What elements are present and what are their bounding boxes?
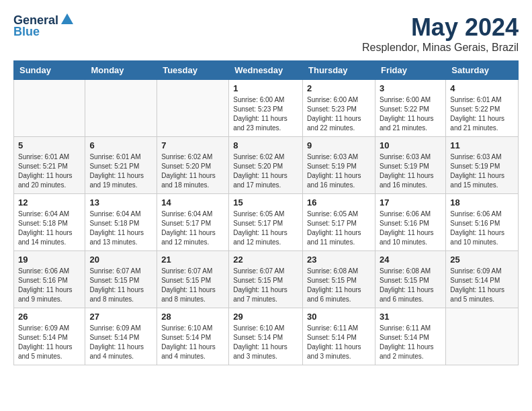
calendar-cell: 2Sunrise: 6:00 AM Sunset: 5:23 PM Daylig… <box>303 80 375 137</box>
calendar-cell: 16Sunrise: 6:05 AM Sunset: 5:17 PM Dayli… <box>303 194 375 251</box>
calendar-cell <box>446 308 519 365</box>
svg-marker-0 <box>61 13 73 24</box>
day-number: 13 <box>89 197 152 208</box>
day-number: 10 <box>380 140 441 150</box>
day-number: 1 <box>233 83 298 93</box>
calendar-cell: 10Sunrise: 6:03 AM Sunset: 5:19 PM Dayli… <box>375 137 445 194</box>
col-header-monday: Monday <box>85 61 157 80</box>
day-info: Sunrise: 6:00 AM Sunset: 5:23 PM Dayligh… <box>233 95 298 133</box>
calendar-cell: 1Sunrise: 6:00 AM Sunset: 5:23 PM Daylig… <box>229 80 303 137</box>
day-number: 20 <box>89 255 152 265</box>
calendar-week-row: 1Sunrise: 6:00 AM Sunset: 5:23 PM Daylig… <box>14 80 519 137</box>
day-info: Sunrise: 6:00 AM Sunset: 5:22 PM Dayligh… <box>380 95 441 133</box>
calendar-cell: 25Sunrise: 6:09 AM Sunset: 5:14 PM Dayli… <box>446 251 519 308</box>
col-header-tuesday: Tuesday <box>157 61 229 80</box>
calendar-week-row: 12Sunrise: 6:04 AM Sunset: 5:18 PM Dayli… <box>14 194 519 251</box>
calendar-cell <box>14 80 85 137</box>
day-info: Sunrise: 6:01 AM Sunset: 5:21 PM Dayligh… <box>89 152 152 190</box>
day-number: 31 <box>380 312 441 322</box>
day-info: Sunrise: 6:06 AM Sunset: 5:16 PM Dayligh… <box>450 210 514 247</box>
month-title: May 2024 <box>362 13 519 42</box>
day-info: Sunrise: 6:03 AM Sunset: 5:19 PM Dayligh… <box>307 152 371 190</box>
title-block: May 2024 Resplendor, Minas Gerais, Brazi… <box>362 13 519 54</box>
day-number: 30 <box>307 312 371 322</box>
day-info: Sunrise: 6:02 AM Sunset: 5:20 PM Dayligh… <box>233 152 298 190</box>
day-number: 27 <box>89 312 152 322</box>
calendar-cell: 19Sunrise: 6:06 AM Sunset: 5:16 PM Dayli… <box>14 251 85 308</box>
page-header: General Blue May 2024 Resplendor, Minas … <box>13 13 519 54</box>
day-info: Sunrise: 6:10 AM Sunset: 5:14 PM Dayligh… <box>233 324 298 361</box>
calendar-cell: 11Sunrise: 6:03 AM Sunset: 5:19 PM Dayli… <box>446 137 519 194</box>
col-header-saturday: Saturday <box>446 61 519 80</box>
calendar-cell: 29Sunrise: 6:10 AM Sunset: 5:14 PM Dayli… <box>229 308 303 365</box>
calendar-cell: 15Sunrise: 6:05 AM Sunset: 5:17 PM Dayli… <box>229 194 303 251</box>
calendar-cell: 8Sunrise: 6:02 AM Sunset: 5:20 PM Daylig… <box>229 137 303 194</box>
day-number: 3 <box>380 83 441 93</box>
calendar-week-row: 26Sunrise: 6:09 AM Sunset: 5:14 PM Dayli… <box>14 308 519 365</box>
day-info: Sunrise: 6:04 AM Sunset: 5:18 PM Dayligh… <box>18 210 81 247</box>
calendar-cell: 18Sunrise: 6:06 AM Sunset: 5:16 PM Dayli… <box>446 194 519 251</box>
day-info: Sunrise: 6:05 AM Sunset: 5:17 PM Dayligh… <box>307 210 371 247</box>
day-info: Sunrise: 6:00 AM Sunset: 5:23 PM Dayligh… <box>307 95 371 133</box>
calendar-table: SundayMondayTuesdayWednesdayThursdayFrid… <box>13 60 519 365</box>
calendar-cell: 6Sunrise: 6:01 AM Sunset: 5:21 PM Daylig… <box>85 137 157 194</box>
day-number: 22 <box>233 255 298 265</box>
day-number: 21 <box>161 255 224 265</box>
day-info: Sunrise: 6:03 AM Sunset: 5:19 PM Dayligh… <box>450 152 514 190</box>
day-number: 23 <box>307 255 371 265</box>
calendar-cell: 7Sunrise: 6:02 AM Sunset: 5:20 PM Daylig… <box>157 137 229 194</box>
day-number: 8 <box>233 140 298 150</box>
calendar-week-row: 19Sunrise: 6:06 AM Sunset: 5:16 PM Dayli… <box>14 251 519 308</box>
calendar-cell: 24Sunrise: 6:08 AM Sunset: 5:15 PM Dayli… <box>375 251 445 308</box>
day-number: 24 <box>380 255 441 265</box>
day-number: 4 <box>450 83 514 93</box>
calendar-cell: 22Sunrise: 6:07 AM Sunset: 5:15 PM Dayli… <box>229 251 303 308</box>
day-number: 28 <box>161 312 224 322</box>
logo-blue-text: Blue <box>13 25 40 39</box>
day-info: Sunrise: 6:04 AM Sunset: 5:18 PM Dayligh… <box>89 210 152 247</box>
day-number: 16 <box>307 197 371 208</box>
day-number: 12 <box>18 197 81 208</box>
day-number: 18 <box>450 197 514 208</box>
day-info: Sunrise: 6:09 AM Sunset: 5:14 PM Dayligh… <box>89 324 152 361</box>
day-number: 26 <box>18 312 81 322</box>
day-info: Sunrise: 6:02 AM Sunset: 5:20 PM Dayligh… <box>161 152 224 190</box>
col-header-thursday: Thursday <box>303 61 375 80</box>
day-info: Sunrise: 6:04 AM Sunset: 5:17 PM Dayligh… <box>161 210 224 247</box>
day-number: 19 <box>18 255 81 265</box>
day-info: Sunrise: 6:07 AM Sunset: 5:15 PM Dayligh… <box>89 267 152 304</box>
calendar-cell: 9Sunrise: 6:03 AM Sunset: 5:19 PM Daylig… <box>303 137 375 194</box>
day-number: 11 <box>450 140 514 150</box>
day-info: Sunrise: 6:10 AM Sunset: 5:14 PM Dayligh… <box>161 324 224 361</box>
calendar-cell <box>85 80 157 137</box>
day-number: 29 <box>233 312 298 322</box>
calendar-cell: 17Sunrise: 6:06 AM Sunset: 5:16 PM Dayli… <box>375 194 445 251</box>
day-info: Sunrise: 6:06 AM Sunset: 5:16 PM Dayligh… <box>380 210 441 247</box>
calendar-cell: 5Sunrise: 6:01 AM Sunset: 5:21 PM Daylig… <box>14 137 85 194</box>
calendar-cell: 13Sunrise: 6:04 AM Sunset: 5:18 PM Dayli… <box>85 194 157 251</box>
logo: General Blue <box>13 13 75 39</box>
day-number: 14 <box>161 197 224 208</box>
calendar-cell: 4Sunrise: 6:01 AM Sunset: 5:22 PM Daylig… <box>446 80 519 137</box>
day-info: Sunrise: 6:08 AM Sunset: 5:15 PM Dayligh… <box>307 267 371 304</box>
calendar-cell: 31Sunrise: 6:11 AM Sunset: 5:14 PM Dayli… <box>375 308 445 365</box>
calendar-cell: 26Sunrise: 6:09 AM Sunset: 5:14 PM Dayli… <box>14 308 85 365</box>
day-number: 15 <box>233 197 298 208</box>
calendar-cell: 21Sunrise: 6:07 AM Sunset: 5:15 PM Dayli… <box>157 251 229 308</box>
calendar-cell: 20Sunrise: 6:07 AM Sunset: 5:15 PM Dayli… <box>85 251 157 308</box>
calendar-cell: 28Sunrise: 6:10 AM Sunset: 5:14 PM Dayli… <box>157 308 229 365</box>
calendar-cell: 27Sunrise: 6:09 AM Sunset: 5:14 PM Dayli… <box>85 308 157 365</box>
day-info: Sunrise: 6:09 AM Sunset: 5:14 PM Dayligh… <box>450 267 514 304</box>
day-info: Sunrise: 6:01 AM Sunset: 5:22 PM Dayligh… <box>450 95 514 133</box>
day-number: 9 <box>307 140 371 150</box>
calendar-cell: 3Sunrise: 6:00 AM Sunset: 5:22 PM Daylig… <box>375 80 445 137</box>
calendar-cell: 23Sunrise: 6:08 AM Sunset: 5:15 PM Dayli… <box>303 251 375 308</box>
location: Resplendor, Minas Gerais, Brazil <box>362 42 519 54</box>
day-info: Sunrise: 6:07 AM Sunset: 5:15 PM Dayligh… <box>161 267 224 304</box>
day-number: 2 <box>307 83 371 93</box>
day-number: 6 <box>89 140 152 150</box>
calendar-cell: 12Sunrise: 6:04 AM Sunset: 5:18 PM Dayli… <box>14 194 85 251</box>
day-info: Sunrise: 6:06 AM Sunset: 5:16 PM Dayligh… <box>18 267 81 304</box>
day-number: 7 <box>161 140 224 150</box>
col-header-wednesday: Wednesday <box>229 61 303 80</box>
